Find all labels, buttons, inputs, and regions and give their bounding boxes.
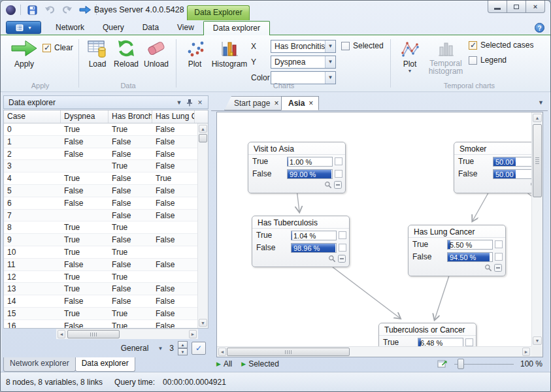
table-row[interactable]: 15TrueTrueFalse xyxy=(4,308,197,320)
clear-checkbox[interactable]: Clear xyxy=(42,43,73,52)
redo-button[interactable] xyxy=(61,3,74,16)
table-row[interactable]: 6FalseFalseFalse xyxy=(4,197,197,210)
table-row[interactable]: 4TrueFalseTrue xyxy=(4,172,197,185)
node-state-row[interactable]: False99.00 % xyxy=(252,168,342,180)
tab-query[interactable]: Query xyxy=(93,21,133,35)
magnifier-icon[interactable] xyxy=(484,264,492,274)
network-node-has-lung-cancer[interactable]: Has Lung CancerTrue5.50 %False94.50 % xyxy=(408,225,506,276)
decimal-places-stepper[interactable]: ▲ ▼ xyxy=(178,341,188,355)
tab-asia[interactable]: Asia× xyxy=(281,96,319,110)
table-row[interactable]: 11FalseFalseFalse xyxy=(4,259,197,271)
evidence-checkbox[interactable] xyxy=(339,244,346,252)
collapse-node-button[interactable] xyxy=(338,255,346,265)
table-row[interactable]: 9TrueFalseFalse xyxy=(4,234,197,246)
app-icon[interactable] xyxy=(6,5,16,15)
pin-icon[interactable] xyxy=(184,97,195,107)
load-button[interactable]: Load xyxy=(84,39,110,69)
scroll-right-arrow[interactable]: ► xyxy=(522,348,530,356)
selected-checkbox[interactable]: Selected xyxy=(341,41,384,50)
application-menu-button[interactable]: ▾ xyxy=(6,21,41,34)
scroll-right-arrow[interactable]: ► xyxy=(189,330,197,338)
diagram-canvas[interactable]: ▲ ▼ ◄ ► Visit to AsiaTrue1.00 %False99.0… xyxy=(216,112,543,357)
evidence-checkbox[interactable] xyxy=(465,338,473,346)
evidence-checkbox[interactable] xyxy=(335,170,342,178)
magnifier-icon[interactable] xyxy=(324,181,332,191)
fit-to-window-button[interactable] xyxy=(437,359,448,370)
scroll-down-arrow[interactable]: ▼ xyxy=(199,319,207,327)
collapse-node-button[interactable] xyxy=(334,181,342,191)
panel-close-icon[interactable]: × xyxy=(195,97,205,107)
scroll-up-arrow[interactable]: ▲ xyxy=(533,114,542,122)
tab-list-dropdown[interactable]: ▼ xyxy=(538,99,544,106)
node-state-row[interactable]: True50.00 % xyxy=(458,155,543,167)
scroll-down-arrow[interactable]: ▼ xyxy=(533,336,542,345)
table-row[interactable]: 10TrueTrue xyxy=(4,246,197,259)
network-link[interactable] xyxy=(327,263,400,318)
format-dropdown[interactable]: General ▼ xyxy=(118,342,166,354)
tab-data[interactable]: Data xyxy=(133,21,168,35)
table-row[interactable]: 12TrueTrue xyxy=(4,271,197,284)
close-tab-icon[interactable]: × xyxy=(309,99,313,108)
help-button[interactable]: ? xyxy=(535,23,544,33)
diagram-vertical-scrollbar[interactable]: ▲ ▼ xyxy=(531,112,543,346)
table-row[interactable]: 13TrueFalseFalse xyxy=(4,283,197,295)
table-row[interactable]: 16FalseTrueFalse xyxy=(4,320,197,328)
column-header-has-bronchitis[interactable]: Has Bronchit xyxy=(109,110,152,123)
tab-data-explorer-panel[interactable]: Data explorer xyxy=(75,357,135,372)
selected-cases-checkbox[interactable]: Selected cases xyxy=(469,41,533,50)
temporal-histogram-button[interactable]: Temporalhistogram xyxy=(425,39,467,75)
table-horizontal-scrollbar[interactable]: ◄ ► xyxy=(56,329,198,339)
node-state-row[interactable]: True5.50 % xyxy=(412,238,503,250)
tab-network[interactable]: Network xyxy=(46,21,93,35)
network-node-has-tuberculosis[interactable]: Has TuberculosisTrue1.04 %False98.96 % xyxy=(252,216,350,267)
scroll-thumb[interactable] xyxy=(199,134,207,142)
evidence-checkbox[interactable] xyxy=(495,253,503,261)
stepper-up-arrow[interactable]: ▲ xyxy=(178,341,188,348)
node-state-row[interactable]: True1.04 % xyxy=(256,229,346,241)
network-link[interactable] xyxy=(473,189,490,221)
tab-view[interactable]: View xyxy=(168,21,203,35)
scroll-thumb[interactable] xyxy=(67,330,120,338)
selected-button[interactable]: ▶Selected xyxy=(241,359,279,368)
network-link[interactable] xyxy=(435,272,450,319)
node-state-row[interactable]: True1.00 % xyxy=(252,155,342,167)
network-node-visit-to-asia[interactable]: Visit to AsiaTrue1.00 %False99.00 % xyxy=(248,142,346,193)
y-axis-combobox[interactable]: Dyspnea▼ xyxy=(271,56,336,69)
scroll-thumb[interactable] xyxy=(227,348,350,356)
evidence-checkbox[interactable] xyxy=(335,157,342,165)
table-row[interactable]: 3TrueFalse xyxy=(4,160,197,172)
reload-button[interactable]: Reload xyxy=(112,39,141,69)
table-vertical-scrollbar[interactable]: ▲ ▼ xyxy=(197,123,208,328)
apply-format-button[interactable]: ✓ xyxy=(192,342,206,355)
restore-button[interactable] xyxy=(507,1,526,13)
tab-data-explorer[interactable]: Data explorer xyxy=(203,21,270,35)
table-row[interactable]: 7FalseFalse xyxy=(4,210,197,222)
all-button[interactable]: ▶All xyxy=(216,359,232,368)
evidence-checkbox[interactable] xyxy=(495,240,503,248)
node-state-row[interactable]: False94.50 % xyxy=(412,251,503,263)
table-row[interactable]: 5FalseFalseFalse xyxy=(4,185,197,197)
scroll-thumb[interactable] xyxy=(533,124,542,197)
legend-checkbox[interactable]: Legend xyxy=(469,56,507,65)
run-query-button[interactable] xyxy=(78,3,92,16)
network-node-smoker[interactable]: SmokerTrue50.00 %False50.00 % xyxy=(454,142,543,193)
temporal-plot-button[interactable]: Plot ▼ xyxy=(396,39,424,72)
node-state-row[interactable]: False98.96 % xyxy=(256,242,346,253)
tab-start-page[interactable]: Start page× xyxy=(224,96,284,110)
scroll-left-arrow[interactable]: ◄ xyxy=(218,348,226,356)
stepper-down-arrow[interactable]: ▼ xyxy=(178,348,188,355)
histogram-button[interactable]: Histogram xyxy=(209,39,250,69)
column-header-case[interactable]: Case xyxy=(4,110,61,123)
unload-button[interactable]: Unload xyxy=(141,39,172,69)
table-row[interactable]: 2FalseFalseFalse xyxy=(4,148,197,161)
magnifier-icon[interactable] xyxy=(328,255,336,265)
panel-menu-button[interactable]: ▼ xyxy=(174,97,184,107)
table-row[interactable]: 0TrueTrueFalse xyxy=(4,123,197,136)
minimize-button[interactable] xyxy=(488,1,507,13)
close-tab-icon[interactable]: × xyxy=(274,99,278,108)
x-axis-combobox[interactable]: Has Bronchitis▼ xyxy=(271,40,336,53)
table-row[interactable]: 8TrueTrue xyxy=(4,221,197,234)
tab-network-explorer[interactable]: Network explorer xyxy=(3,357,76,372)
diagram-horizontal-scrollbar[interactable]: ◄ ► xyxy=(217,346,531,357)
node-state-row[interactable]: False50.00 % xyxy=(458,168,543,180)
